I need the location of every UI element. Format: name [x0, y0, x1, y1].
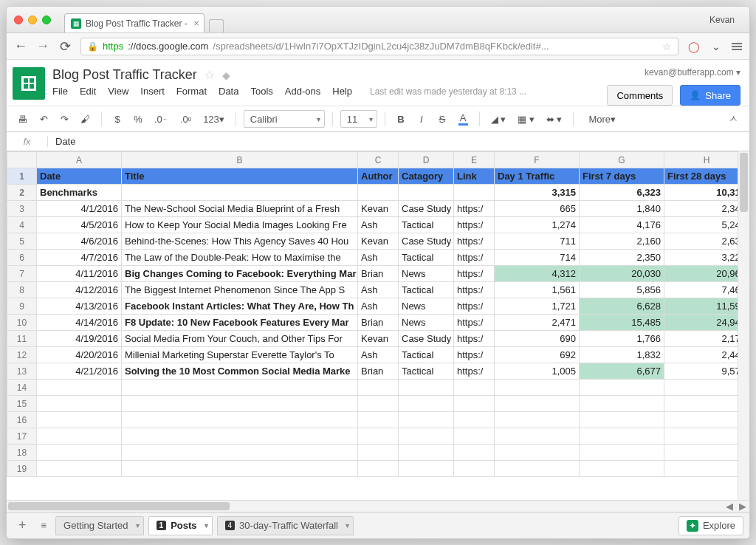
- cell[interactable]: [399, 185, 454, 201]
- sheet-tab-waterfall[interactable]: 4 30-day-Traffic Waterfall▾: [217, 516, 354, 535]
- cell[interactable]: Date: [37, 168, 122, 185]
- minimize-window-button[interactable]: [28, 16, 37, 24]
- cell[interactable]: [37, 461, 122, 477]
- cell[interactable]: [580, 396, 664, 412]
- cell[interactable]: 3,229: [664, 250, 738, 266]
- empty-row[interactable]: 14: [7, 380, 738, 396]
- cell[interactable]: https:/: [454, 363, 495, 380]
- cell[interactable]: The Law of the Double-Peak: How to Maxim…: [122, 250, 358, 266]
- empty-row[interactable]: 17: [7, 428, 738, 445]
- cell[interactable]: [454, 396, 495, 412]
- cell[interactable]: 692: [495, 347, 580, 363]
- data-row[interactable]: 124/20/2016Millenial Marketing Superstar…: [7, 347, 738, 363]
- cell[interactable]: Case Study: [399, 201, 454, 217]
- menu-insert[interactable]: Insert: [140, 86, 165, 97]
- data-row[interactable]: 34/1/2016The New-School Social Media Blu…: [7, 201, 738, 217]
- cell[interactable]: First 28 days: [664, 168, 738, 185]
- cell[interactable]: Tactical: [399, 250, 454, 266]
- col-G[interactable]: G: [580, 152, 664, 168]
- cell[interactable]: [358, 461, 399, 477]
- cell[interactable]: Ash: [358, 298, 399, 315]
- cell[interactable]: https:/: [454, 315, 495, 331]
- cell[interactable]: [664, 412, 738, 428]
- share-button[interactable]: 👤 Share: [680, 85, 740, 106]
- fill-color-button[interactable]: ◢ ▾: [487, 111, 510, 128]
- font-select[interactable]: Calibri: [244, 110, 325, 128]
- cell[interactable]: 2,635: [664, 233, 738, 250]
- print-icon[interactable]: 🖶: [14, 111, 31, 128]
- cell[interactable]: Facebook Instant Articles: What They Are…: [122, 298, 358, 315]
- cell[interactable]: [399, 428, 454, 445]
- address-bar[interactable]: 🔒 https://docs.google.com/spreadsheets/d…: [80, 38, 678, 55]
- empty-row[interactable]: 18: [7, 445, 738, 461]
- bold-button[interactable]: B: [393, 111, 409, 128]
- cell[interactable]: Kevan: [358, 201, 399, 217]
- row-header[interactable]: 19: [7, 461, 37, 477]
- cell[interactable]: Case Study: [399, 233, 454, 250]
- cell[interactable]: [399, 445, 454, 461]
- cell[interactable]: Behind-the-Scenes: How This Agency Saves…: [122, 233, 358, 250]
- cell[interactable]: [122, 396, 358, 412]
- menu-tools[interactable]: Tools: [250, 86, 272, 97]
- menu-addons[interactable]: Add-ons: [285, 86, 320, 97]
- star-doc-icon[interactable]: ☆: [205, 68, 215, 82]
- cell[interactable]: 20,030: [580, 266, 664, 282]
- menu-data[interactable]: Data: [219, 86, 238, 97]
- paint-format-icon[interactable]: 🖌: [77, 111, 94, 128]
- scroll-right-icon[interactable]: ▶: [736, 501, 749, 512]
- menu-format[interactable]: Format: [176, 86, 207, 97]
- cell[interactable]: First 7 days: [580, 168, 664, 185]
- cell[interactable]: 4/20/2016: [37, 347, 122, 363]
- empty-row[interactable]: 19: [7, 461, 738, 477]
- pocket-icon[interactable]: ⌄: [709, 40, 723, 53]
- col-B[interactable]: B: [122, 152, 358, 168]
- cell[interactable]: 1,005: [495, 363, 580, 380]
- close-window-button[interactable]: [14, 16, 23, 24]
- forward-button[interactable]: →: [36, 38, 49, 54]
- cell[interactable]: Big Changes Coming to Facebook: Everythi…: [122, 266, 358, 282]
- cell[interactable]: [580, 380, 664, 396]
- cell[interactable]: [580, 445, 664, 461]
- cell[interactable]: Tactical: [399, 363, 454, 380]
- cell[interactable]: 1,832: [580, 347, 664, 363]
- toolbar-collapse-icon[interactable]: ㅅ: [725, 109, 742, 128]
- row-header[interactable]: 9: [7, 298, 37, 315]
- row-header[interactable]: 11: [7, 331, 37, 347]
- cell[interactable]: 4/1/2016: [37, 201, 122, 217]
- row-header[interactable]: 3: [7, 201, 37, 217]
- cell[interactable]: [454, 185, 495, 201]
- more-toolbar-button[interactable]: More ▾: [581, 114, 623, 125]
- cell[interactable]: 4/12/2016: [37, 282, 122, 298]
- cell[interactable]: 3,315: [495, 185, 580, 201]
- cell[interactable]: The New-School Social Media Blueprint of…: [122, 201, 358, 217]
- maximize-window-button[interactable]: [42, 16, 51, 24]
- cell[interactable]: [37, 428, 122, 445]
- cell[interactable]: Kevan: [358, 233, 399, 250]
- cell[interactable]: 4/21/2016: [37, 363, 122, 380]
- close-tab-icon[interactable]: ×: [193, 18, 199, 29]
- cell[interactable]: Social Media From Your Couch, and Other …: [122, 331, 358, 347]
- cell[interactable]: 2,345: [664, 201, 738, 217]
- cell[interactable]: https:/: [454, 347, 495, 363]
- new-tab-button[interactable]: [209, 19, 224, 32]
- cell[interactable]: [399, 412, 454, 428]
- cell[interactable]: [664, 428, 738, 445]
- horizontal-scrollbar[interactable]: ◀ ▶: [7, 500, 749, 512]
- cell[interactable]: [495, 380, 580, 396]
- header-row[interactable]: 1DateTitleAuthorCatagoryLinkDay 1 Traffi…: [7, 168, 738, 185]
- move-to-drive-icon[interactable]: ◆: [222, 69, 230, 81]
- row-header[interactable]: 2: [7, 185, 37, 201]
- cell[interactable]: [399, 396, 454, 412]
- cell[interactable]: Tactical: [399, 282, 454, 298]
- cell[interactable]: [358, 185, 399, 201]
- cell[interactable]: 5,856: [580, 282, 664, 298]
- row-header[interactable]: 16: [7, 412, 37, 428]
- cell[interactable]: [122, 461, 358, 477]
- cell[interactable]: [664, 396, 738, 412]
- row-header[interactable]: 15: [7, 396, 37, 412]
- cell[interactable]: [122, 380, 358, 396]
- currency-button[interactable]: $: [109, 111, 126, 128]
- cell[interactable]: [664, 445, 738, 461]
- cell[interactable]: [399, 461, 454, 477]
- cell[interactable]: 1,561: [495, 282, 580, 298]
